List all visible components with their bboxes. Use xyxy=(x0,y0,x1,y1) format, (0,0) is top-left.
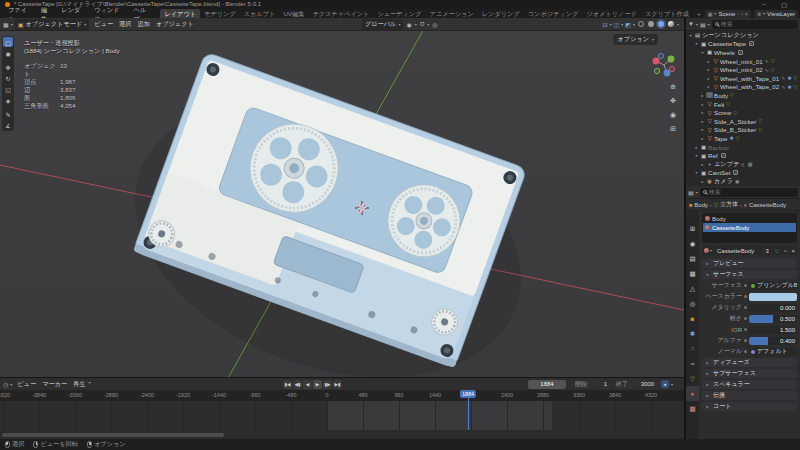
jump-to-end-button[interactable]: ▶▮ xyxy=(333,380,342,389)
next-keyframe-button[interactable]: ▮▶ xyxy=(323,380,332,389)
timeline-menu-0[interactable]: ビュー xyxy=(14,380,39,389)
expand-caret-icon[interactable]: ▸ xyxy=(700,179,705,184)
editor-type-icon[interactable]: ▦ xyxy=(3,21,9,28)
workspace-tab-8[interactable]: コンポジティング xyxy=(524,9,583,18)
outliner-row-Wheels[interactable]: ▾▣Wheels✓ xyxy=(686,48,800,57)
outliner-row-Backup[interactable]: ▸▣Backup xyxy=(686,143,800,152)
overlays-toggle-icon[interactable]: ◫ xyxy=(614,21,620,28)
scale-tool-button[interactable]: ◱ xyxy=(3,84,13,94)
collection-checkbox[interactable]: ✓ xyxy=(738,50,743,55)
value-slider[interactable]: 1.500 xyxy=(749,326,797,334)
workspace-tab-1[interactable]: モデリング xyxy=(200,9,240,18)
panel-header-伝播[interactable]: ▸伝播 xyxy=(702,391,797,400)
expand-caret-icon[interactable]: ▾ xyxy=(694,170,699,175)
value-slider[interactable]: 0.500 xyxy=(749,315,797,323)
frame-end-field[interactable]: 終了 3000 xyxy=(613,380,657,389)
keyframe-dot[interactable] xyxy=(744,306,747,309)
cursor-tool-button[interactable]: ◉ xyxy=(3,48,13,58)
properties-tab-texture[interactable]: ▩ xyxy=(686,401,699,416)
select-box-tool-button[interactable]: ▢ xyxy=(3,37,13,47)
timeline-ruler[interactable]: -4320-3840-3360-2880-2400-1920-1440-960-… xyxy=(0,391,684,401)
value-slider[interactable]: 0.400 xyxy=(749,337,797,345)
expand-caret-icon[interactable]: ▸ xyxy=(700,119,705,124)
auto-keying-icon[interactable]: ● xyxy=(661,380,669,388)
3d-viewport[interactable]: ▢◉✥↻◱◈✎∡ ユーザー・透視投影 (1884) シーンコレクション | Bo… xyxy=(0,31,684,377)
shading-material-preview-button[interactable] xyxy=(658,21,664,27)
expand-caret-icon[interactable]: ▾ xyxy=(688,33,693,38)
keyframe-dot[interactable] xyxy=(744,350,747,353)
playhead[interactable]: 1884 xyxy=(468,391,469,430)
filter-icon[interactable]: ▼ xyxy=(688,21,694,27)
play-button[interactable]: ▶ xyxy=(313,380,322,389)
outliner-row-Side_A_Sticker[interactable]: ▸▽Side_A_Sticker▽ xyxy=(686,117,800,126)
rotate-tool-button[interactable]: ↻ xyxy=(3,73,13,83)
view-layer-selector[interactable]: ≣ ▾ ViewLayer xyxy=(754,10,798,18)
outliner-row-Tape[interactable]: ▸▽Tape✱▽ xyxy=(686,134,800,143)
workspace-tab-10[interactable]: スクリプト作成 xyxy=(641,9,693,18)
panel-header-サブサーフェス[interactable]: ▸サブサーフェス xyxy=(702,369,797,378)
keyframe-dot[interactable] xyxy=(744,339,747,342)
collection-checkbox[interactable]: ✓ xyxy=(749,41,754,46)
outliner-row-Felt[interactable]: ▸▽Felt▽ xyxy=(686,100,800,109)
outliner-row-Body[interactable]: ▸▽Body▽ xyxy=(686,91,800,100)
expand-caret-icon[interactable]: ▸ xyxy=(694,145,699,150)
unlink-scene-icon[interactable]: × xyxy=(745,11,748,17)
pan-hand-icon[interactable]: ✥ xyxy=(670,97,676,105)
play-reverse-button[interactable]: ◀ xyxy=(303,380,312,389)
outliner-row-CamSet[interactable]: ▾▣CamSet✓ xyxy=(686,169,800,178)
panel-header-ディフューズ[interactable]: ▸ディフューズ xyxy=(702,358,797,367)
fake-user-shield-icon[interactable]: ♡ xyxy=(772,246,781,255)
scene-selector[interactable]: ▦ ▾ Scene ◦ ▫ × xyxy=(705,10,751,18)
minimize-button[interactable]: – xyxy=(762,1,765,8)
shading-rendered-button[interactable] xyxy=(668,21,674,27)
viewport-menu-1[interactable]: 選択 xyxy=(116,20,134,29)
expand-caret-icon[interactable]: ▸ xyxy=(706,59,711,64)
transform-tool-button[interactable]: ◈ xyxy=(3,95,13,105)
frame-start-field[interactable]: 開始 1 xyxy=(572,380,610,389)
expand-caret-icon[interactable]: ▸ xyxy=(706,67,711,72)
snap-magnet-icon[interactable]: Ω xyxy=(420,21,425,27)
timeline-menu-2[interactable]: 再生 xyxy=(70,380,88,389)
outliner-row-CassetteTape[interactable]: ▾▣CassetteTape✓ xyxy=(686,40,800,49)
proportional-editing-icon[interactable]: ◎ xyxy=(432,21,437,28)
add-workspace-button[interactable]: + xyxy=(693,9,705,18)
outliner-row-Wheel_with_Tape_01[interactable]: ▸▽Wheel_with_Tape_01∿✱▽ xyxy=(686,74,800,83)
expand-caret-icon[interactable]: ▾ xyxy=(694,41,699,46)
keyframe-dot[interactable] xyxy=(744,317,747,320)
maximize-button[interactable]: ▢ xyxy=(781,1,787,8)
horizontal-scrollbar[interactable] xyxy=(2,433,224,437)
measure-tool-button[interactable]: ∡ xyxy=(3,120,13,130)
current-frame-field[interactable]: 1884 xyxy=(528,380,566,389)
material-browse-button[interactable]: ▾ xyxy=(702,246,714,255)
workspace-tab-9[interactable]: ジオメトリノード xyxy=(582,9,641,18)
workspace-tab-0[interactable]: レイアウト xyxy=(160,9,200,18)
xray-toggle-icon[interactable]: ◩ xyxy=(625,21,631,28)
outliner-row-カメラ[interactable]: ▸◉カメラ◉ xyxy=(686,177,800,186)
shading-solid-button[interactable] xyxy=(648,21,654,27)
properties-tab-data[interactable]: ▽ xyxy=(686,371,699,386)
keyframe-dot[interactable] xyxy=(744,284,747,287)
workspace-tab-4[interactable]: テクスチャペイント xyxy=(308,9,373,18)
material-slot-CassetteBody[interactable]: CassetteBody xyxy=(703,223,796,232)
timeline-track[interactable] xyxy=(0,401,684,430)
expand-caret-icon[interactable]: ▸ xyxy=(700,136,705,141)
gizmos-toggle-icon[interactable]: ⊡ xyxy=(603,21,608,28)
panel-header-コート[interactable]: ▸コート xyxy=(702,402,797,411)
shading-wireframe-button[interactable] xyxy=(638,21,644,27)
properties-tab-world[interactable]: ◎ xyxy=(686,296,699,311)
outliner-row-Wheel_mini_02[interactable]: ▸▽Wheel_mini_02∿▽ xyxy=(686,65,800,74)
properties-tab-output[interactable]: ▤ xyxy=(686,251,699,266)
surface-panel-header[interactable]: ▾サーフェス xyxy=(702,270,797,279)
prev-keyframe-button[interactable]: ◀▮ xyxy=(293,380,302,389)
expand-caret-icon[interactable]: ▸ xyxy=(706,84,711,89)
properties-tab-material[interactable]: ● xyxy=(686,386,699,401)
expand-caret-icon[interactable]: ▸ xyxy=(706,76,711,81)
display-mode-icon[interactable]: ▤ xyxy=(700,21,706,28)
viewport-menu-0[interactable]: ビュー xyxy=(91,20,116,29)
viewport-menu-3[interactable]: オブジェクト xyxy=(153,20,197,29)
outliner-row-Screw[interactable]: ▸▽Screw▽ xyxy=(686,108,800,117)
properties-tab-particles[interactable]: ∴ xyxy=(686,341,699,356)
properties-search-input[interactable]: 検索 xyxy=(700,188,798,197)
properties-tab-viewlayer[interactable]: ▦ xyxy=(686,266,699,281)
panel-header-スペキュラー[interactable]: ▸スペキュラー xyxy=(702,380,797,389)
